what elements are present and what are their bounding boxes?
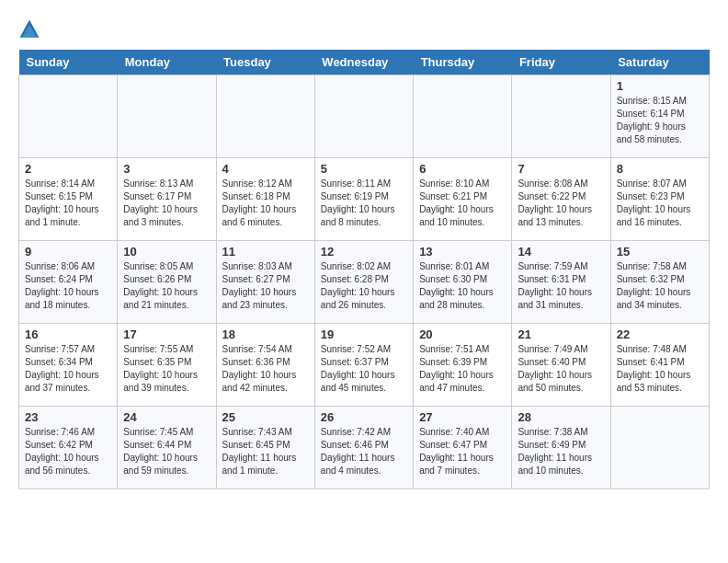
week-row-1: 1Sunrise: 8:15 AM Sunset: 6:14 PM Daylig… (19, 75, 710, 158)
calendar-table: SundayMondayTuesdayWednesdayThursdayFrid… (18, 50, 710, 489)
calendar-cell (414, 75, 512, 158)
page-header (18, 18, 710, 40)
calendar-cell (610, 407, 709, 489)
calendar-cell: 26Sunrise: 7:42 AM Sunset: 6:46 PM Dayli… (314, 407, 413, 489)
day-number: 12 (321, 245, 407, 259)
day-info: Sunrise: 7:45 AM Sunset: 6:44 PM Dayligh… (123, 426, 210, 477)
calendar-cell (512, 75, 610, 158)
calendar-cell: 18Sunrise: 7:54 AM Sunset: 6:36 PM Dayli… (216, 324, 314, 407)
day-number: 17 (123, 327, 210, 341)
day-number: 3 (123, 162, 210, 176)
day-info: Sunrise: 7:43 AM Sunset: 6:45 PM Dayligh… (222, 426, 309, 477)
day-number: 7 (518, 162, 604, 176)
week-row-4: 16Sunrise: 7:57 AM Sunset: 6:34 PM Dayli… (19, 324, 710, 407)
day-info: Sunrise: 8:14 AM Sunset: 6:15 PM Dayligh… (25, 178, 111, 229)
day-info: Sunrise: 8:13 AM Sunset: 6:17 PM Dayligh… (123, 178, 210, 229)
day-number: 4 (222, 162, 309, 176)
day-header-friday: Friday (512, 50, 610, 75)
day-number: 20 (419, 327, 506, 341)
day-number: 21 (518, 327, 604, 341)
calendar-cell: 9Sunrise: 8:06 AM Sunset: 6:24 PM Daylig… (19, 241, 118, 324)
day-info: Sunrise: 8:08 AM Sunset: 6:22 PM Dayligh… (518, 178, 604, 229)
calendar-cell: 6Sunrise: 8:10 AM Sunset: 6:21 PM Daylig… (414, 158, 512, 241)
day-number: 6 (419, 162, 506, 176)
day-number: 24 (123, 410, 210, 424)
day-number: 15 (617, 245, 703, 259)
calendar-cell (314, 75, 413, 158)
day-number: 13 (419, 245, 506, 259)
calendar-cell: 27Sunrise: 7:40 AM Sunset: 6:47 PM Dayli… (414, 407, 512, 489)
day-info: Sunrise: 7:40 AM Sunset: 6:47 PM Dayligh… (419, 426, 506, 477)
calendar-cell: 17Sunrise: 7:55 AM Sunset: 6:35 PM Dayli… (118, 324, 216, 407)
day-number: 10 (123, 245, 210, 259)
day-number: 14 (518, 245, 604, 259)
day-info: Sunrise: 8:03 AM Sunset: 6:27 PM Dayligh… (222, 260, 309, 312)
calendar-cell: 13Sunrise: 8:01 AM Sunset: 6:30 PM Dayli… (414, 241, 512, 324)
day-number: 2 (25, 162, 111, 176)
calendar-cell: 14Sunrise: 7:59 AM Sunset: 6:31 PM Dayli… (512, 241, 610, 324)
calendar-cell: 19Sunrise: 7:52 AM Sunset: 6:37 PM Dayli… (314, 324, 413, 407)
day-header-sunday: Sunday (19, 50, 118, 75)
day-info: Sunrise: 8:05 AM Sunset: 6:26 PM Dayligh… (123, 260, 210, 312)
day-header-thursday: Thursday (414, 50, 512, 75)
day-info: Sunrise: 7:38 AM Sunset: 6:49 PM Dayligh… (518, 426, 604, 477)
day-header-monday: Monday (118, 50, 216, 75)
day-info: Sunrise: 8:07 AM Sunset: 6:23 PM Dayligh… (617, 178, 703, 229)
day-info: Sunrise: 8:06 AM Sunset: 6:24 PM Dayligh… (25, 260, 111, 312)
calendar-cell: 7Sunrise: 8:08 AM Sunset: 6:22 PM Daylig… (512, 158, 610, 241)
day-info: Sunrise: 7:42 AM Sunset: 6:46 PM Dayligh… (321, 426, 407, 477)
week-row-5: 23Sunrise: 7:46 AM Sunset: 6:42 PM Dayli… (19, 407, 710, 489)
day-header-wednesday: Wednesday (314, 50, 413, 75)
calendar-cell: 5Sunrise: 8:11 AM Sunset: 6:19 PM Daylig… (314, 158, 413, 241)
day-number: 28 (518, 410, 604, 424)
calendar-cell: 23Sunrise: 7:46 AM Sunset: 6:42 PM Dayli… (19, 407, 118, 489)
day-number: 26 (321, 410, 407, 424)
day-number: 23 (25, 410, 111, 424)
calendar-cell (216, 75, 314, 158)
day-info: Sunrise: 8:15 AM Sunset: 6:14 PM Dayligh… (617, 95, 703, 146)
calendar-cell (19, 75, 118, 158)
day-info: Sunrise: 7:57 AM Sunset: 6:34 PM Dayligh… (25, 343, 111, 395)
day-number: 19 (321, 327, 407, 341)
day-info: Sunrise: 7:49 AM Sunset: 6:40 PM Dayligh… (518, 343, 604, 395)
day-header-tuesday: Tuesday (216, 50, 314, 75)
calendar-cell: 4Sunrise: 8:12 AM Sunset: 6:18 PM Daylig… (216, 158, 314, 241)
calendar-cell (118, 75, 216, 158)
calendar-cell: 15Sunrise: 7:58 AM Sunset: 6:32 PM Dayli… (610, 241, 709, 324)
calendar-cell: 28Sunrise: 7:38 AM Sunset: 6:49 PM Dayli… (512, 407, 610, 489)
day-number: 27 (419, 410, 506, 424)
day-number: 22 (617, 327, 703, 341)
day-info: Sunrise: 7:59 AM Sunset: 6:31 PM Dayligh… (518, 260, 604, 312)
day-info: Sunrise: 7:52 AM Sunset: 6:37 PM Dayligh… (321, 343, 407, 395)
day-info: Sunrise: 7:46 AM Sunset: 6:42 PM Dayligh… (25, 426, 111, 477)
day-number: 11 (222, 245, 309, 259)
calendar-cell: 11Sunrise: 8:03 AM Sunset: 6:27 PM Dayli… (216, 241, 314, 324)
calendar-cell: 2Sunrise: 8:14 AM Sunset: 6:15 PM Daylig… (19, 158, 118, 241)
calendar-cell: 21Sunrise: 7:49 AM Sunset: 6:40 PM Dayli… (512, 324, 610, 407)
day-info: Sunrise: 8:01 AM Sunset: 6:30 PM Dayligh… (419, 260, 506, 312)
calendar-cell: 12Sunrise: 8:02 AM Sunset: 6:28 PM Dayli… (314, 241, 413, 324)
day-info: Sunrise: 8:11 AM Sunset: 6:19 PM Dayligh… (321, 178, 407, 229)
day-number: 16 (25, 327, 111, 341)
day-header-saturday: Saturday (610, 50, 709, 75)
calendar-cell: 10Sunrise: 8:05 AM Sunset: 6:26 PM Dayli… (118, 241, 216, 324)
logo (18, 18, 44, 40)
day-info: Sunrise: 7:55 AM Sunset: 6:35 PM Dayligh… (123, 343, 210, 395)
calendar-header-row: SundayMondayTuesdayWednesdayThursdayFrid… (19, 50, 710, 75)
day-info: Sunrise: 8:02 AM Sunset: 6:28 PM Dayligh… (321, 260, 407, 312)
calendar-cell: 8Sunrise: 8:07 AM Sunset: 6:23 PM Daylig… (610, 158, 709, 241)
calendar-cell: 3Sunrise: 8:13 AM Sunset: 6:17 PM Daylig… (118, 158, 216, 241)
calendar-cell: 16Sunrise: 7:57 AM Sunset: 6:34 PM Dayli… (19, 324, 118, 407)
calendar-cell: 24Sunrise: 7:45 AM Sunset: 6:44 PM Dayli… (118, 407, 216, 489)
day-info: Sunrise: 8:10 AM Sunset: 6:21 PM Dayligh… (419, 178, 506, 229)
day-info: Sunrise: 7:54 AM Sunset: 6:36 PM Dayligh… (222, 343, 309, 395)
day-number: 9 (25, 245, 111, 259)
day-number: 18 (222, 327, 309, 341)
calendar-cell: 22Sunrise: 7:48 AM Sunset: 6:41 PM Dayli… (610, 324, 709, 407)
day-info: Sunrise: 7:48 AM Sunset: 6:41 PM Dayligh… (617, 343, 703, 395)
day-info: Sunrise: 8:12 AM Sunset: 6:18 PM Dayligh… (222, 178, 309, 229)
day-number: 8 (617, 162, 703, 176)
calendar-cell: 25Sunrise: 7:43 AM Sunset: 6:45 PM Dayli… (216, 407, 314, 489)
calendar-cell: 20Sunrise: 7:51 AM Sunset: 6:39 PM Dayli… (414, 324, 512, 407)
calendar-cell: 1Sunrise: 8:15 AM Sunset: 6:14 PM Daylig… (610, 75, 709, 158)
